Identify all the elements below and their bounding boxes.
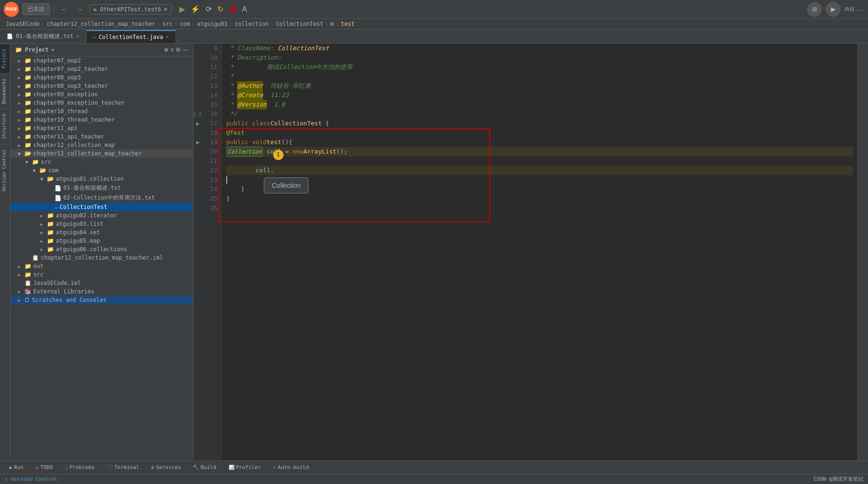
tree-item-atguigu01[interactable]: ▼ 📂 atguigu01.collection — [10, 175, 193, 183]
tree-item-ext-libs[interactable]: ▶ 📚 External Libraries — [10, 287, 193, 296]
back-button[interactable]: ← — [58, 4, 70, 15]
run-gutter-icon[interactable]: ▶ — [196, 120, 200, 127]
tree-item-txt01[interactable]: 📄 01-集合框架概述.txt — [10, 183, 193, 193]
breadcrumb-com[interactable]: com — [180, 21, 190, 27]
bottom-tab-build[interactable]: 🔨 Build — [187, 463, 222, 472]
code-lines[interactable]: * ClassName: CollectionTest * Descriptio… — [222, 44, 858, 461]
tree-item-chapter11t[interactable]: ▶ 📁 chapter11_api_teacher — [10, 132, 193, 141]
breadcrumb-m[interactable]: m — [330, 21, 334, 27]
scratches-icon: 🗒 — [24, 297, 30, 303]
tree-item-chapter12[interactable]: ▶ 📁 chapter12_collection_map — [10, 141, 193, 149]
tab-txt-close[interactable]: × — [77, 34, 79, 39]
tab-java[interactable]: ☕ CollectionTest.java × — [86, 30, 176, 43]
run-config-dropdown[interactable]: ▼ — [164, 6, 167, 13]
line-numbers: 9 10 11 12 13 14 15 16 17 18 19 20 21 22… — [203, 44, 222, 461]
todo-tab-icon: ☑ — [36, 465, 38, 470]
tree-item-atguigu04[interactable]: ▶ 📁 atguigu04.set — [10, 228, 193, 237]
breadcrumb-javase[interactable]: JavaSECode — [6, 21, 39, 27]
tree-label: atguigu04.set — [56, 229, 100, 236]
tree-item-atguigu03[interactable]: ▶ 📁 atguigu03.list — [10, 220, 193, 228]
tree-item-chapter07oop2[interactable]: ▶ 📁 chapter07_oop2 — [10, 56, 193, 65]
tree-item-atguigu02[interactable]: ▶ 📁 atguigu02.iterator — [10, 211, 193, 220]
tree-locate-btn[interactable]: ⊕ — [164, 46, 169, 53]
presentation-button[interactable]: ▶ — [826, 2, 841, 17]
tree-item-chapter12t[interactable]: ▼ 📂 chapter12_collection_map_teacher — [10, 149, 193, 158]
bottom-tab-services[interactable]: ⚙ Services — [146, 463, 186, 472]
tree-label: chapter12_collection_map_teacher — [33, 150, 142, 157]
dropdown-icon[interactable]: ▼ — [52, 47, 54, 53]
autobuild-tab-icon: ⚡ — [273, 465, 276, 470]
tree-label: chapter12_collection_map — [33, 142, 115, 148]
folder-icon: 📁 — [24, 74, 31, 81]
layout-button[interactable]: ⊞ — [807, 2, 822, 17]
tab-java-label: CollectionTest.java — [99, 34, 163, 40]
breadcrumb-test[interactable]: test — [341, 21, 354, 27]
tab-java-close[interactable]: × — [166, 34, 169, 39]
tree-item-atguigu05[interactable]: ▶ 📁 atguigu05.map — [10, 237, 193, 245]
linenum-10: 10 — [207, 53, 217, 62]
tree-item-chapter07oop2t[interactable]: ▶ 📁 chapter07_oop2_teacher — [10, 65, 193, 73]
folder-icon: 📁 — [24, 100, 31, 106]
tree-item-chapter11[interactable]: ▶ 📁 chapter11_api — [10, 124, 193, 132]
breadcrumb-collection[interactable]: collection — [235, 21, 269, 27]
debug-button[interactable]: ⚡ — [189, 3, 202, 15]
tree-item-atguigu06[interactable]: ▶ 📁 atguigu06.collections — [10, 245, 193, 254]
tree-label: out — [33, 263, 44, 269]
tree-item-txt02[interactable]: 📄 02-Collection中的常用方法.txt — [10, 193, 193, 203]
bottom-tab-todo[interactable]: ☑ TODO — [30, 463, 59, 472]
arrow-icon: ▶ — [18, 117, 24, 123]
tree-item-chapter09exc[interactable]: ▶ 📁 chapter09_exception — [10, 90, 193, 99]
breadcrumb-src[interactable]: src — [162, 21, 173, 27]
tree-label: Scratches and Consoles — [32, 297, 107, 303]
bottom-tab-problems[interactable]: ⚠ Problems — [59, 463, 100, 472]
tree-item-com[interactable]: ▼ 📂 com — [10, 166, 193, 175]
tab-txt[interactable]: 📄 01-集合框架概述.txt × — [0, 30, 86, 43]
run-button[interactable]: ▶ — [177, 3, 187, 15]
folder-icon: 📁 — [24, 91, 31, 98]
sidebar-tab-bookmarks[interactable]: Bookmarks — [0, 73, 10, 108]
tree-item-javase-iml[interactable]: 📋 JavaSECode.iml — [10, 279, 193, 287]
folder-icon: 📁 — [24, 83, 31, 89]
tree-collapse-btn[interactable]: ≡ — [170, 46, 174, 53]
tree-item-chapter08oop3t[interactable]: ▶ 📁 chapter08_oop3_teacher — [10, 82, 193, 90]
folder-icon: 📁 — [24, 108, 31, 115]
editor-content[interactable]: [-] ▶ ▶ — [193, 44, 858, 461]
profile-button[interactable]: ↻ — [215, 3, 225, 15]
code-line-26 — [226, 203, 853, 213]
sidebar-tab-project[interactable]: Project — [0, 44, 10, 73]
breadcrumb-colltest[interactable]: CollectionTest — [276, 21, 323, 27]
tree-item-iml[interactable]: 📋 chapter12_collection_map_teacher.iml — [10, 254, 193, 262]
file-tree-header: 📁 Project ▼ ⊕ ≡ ⚙ — — [10, 44, 193, 56]
vcs-label[interactable]: ↕ Version Control — [5, 476, 58, 482]
bottom-tab-autobuild[interactable]: ⚡ Auto-build — [268, 463, 315, 472]
tree-item-chapter09exct[interactable]: ▶ 📁 chapter09_exception_teacher — [10, 99, 193, 107]
tree-item-scratches[interactable]: ▶ 🗒 Scratches and Consoles — [10, 296, 193, 304]
coverage-button[interactable]: ⟳ — [204, 3, 214, 15]
follow-button[interactable]: 已关注 — [23, 3, 50, 15]
fold-icon[interactable]: [-] — [193, 112, 201, 117]
tree-item-chapter10[interactable]: ▶ 📁 chapter10_thread — [10, 107, 193, 115]
tree-item-src[interactable]: ▼ 📁 src — [10, 158, 193, 166]
src-folder-icon: 📁 — [32, 159, 39, 165]
forward-button[interactable]: → — [74, 4, 86, 15]
tree-item-out[interactable]: ▶ 📁 out — [10, 262, 193, 270]
tree-settings-btn[interactable]: ⚙ — [176, 46, 181, 53]
bottom-tab-profiler[interactable]: 📊 Profiler — [223, 463, 267, 472]
tree-item-chapter08oop3[interactable]: ▶ 📁 chapter08_oop3 — [10, 73, 193, 82]
tree-item-chapter10t[interactable]: ▶ 📁 chapter10_thread_teacher — [10, 115, 193, 124]
translate-button[interactable]: A — [240, 3, 249, 15]
run-gutter-icon2[interactable]: ▶ — [196, 139, 200, 146]
bottom-tab-run[interactable]: ▶ Run — [4, 463, 29, 472]
bottom-tab-terminal[interactable]: ⬛ Terminal — [101, 463, 145, 472]
sidebar-tab-vcs[interactable]: Version Control — [0, 144, 10, 196]
tree-item-src-root[interactable]: ▶ 📁 src — [10, 270, 193, 279]
tree-item-collectiontest[interactable]: ☕ CollectionTest — [10, 203, 193, 211]
run-config[interactable]: ▶ OtherAPITest.test6 ▼ — [90, 4, 172, 15]
tree-minimize-btn[interactable]: — — [183, 46, 188, 53]
breadcrumb-atguigu[interactable]: atguigu01 — [197, 21, 228, 27]
stop-button[interactable]: ⏹ — [227, 3, 238, 15]
folder-icon: 📂 — [47, 176, 54, 182]
sidebar-tab-structure[interactable]: Structure — [0, 108, 10, 144]
gutter-17: ▶ — [193, 119, 202, 128]
breadcrumb-chapter[interactable]: chapter12_collection_map_teacher — [46, 21, 155, 27]
